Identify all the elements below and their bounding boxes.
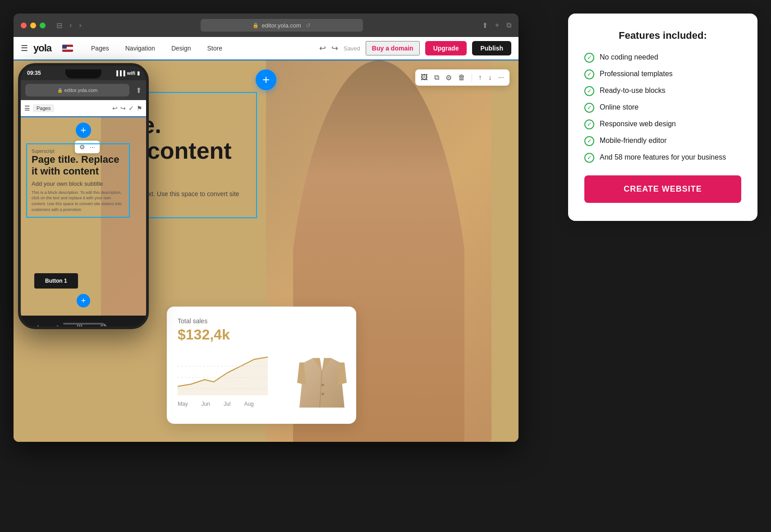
list-item: ✓ And 58 more features for your business bbox=[584, 152, 741, 163]
list-item: ✓ Professional templates bbox=[584, 69, 741, 79]
phone-add-bottom-button[interactable]: + bbox=[77, 294, 90, 307]
phone-cta-button[interactable]: Button 1 bbox=[34, 273, 78, 289]
month-aug: Aug bbox=[244, 401, 253, 407]
saved-status: Saved bbox=[344, 45, 360, 52]
phone-back-button[interactable]: ‹ bbox=[37, 322, 39, 327]
phone-hamburger[interactable]: ☰ bbox=[24, 105, 30, 112]
browser-actions: ⬆ + ⧉ bbox=[482, 21, 511, 30]
sidebar-icon[interactable]: ⊟ bbox=[56, 21, 62, 30]
phone-notch bbox=[65, 69, 101, 78]
settings-gear-icon[interactable]: ⚙ bbox=[445, 73, 452, 82]
list-item: ✓ Online store bbox=[584, 102, 741, 113]
phone-subtitle[interactable]: Add your own block subtitle bbox=[32, 180, 124, 187]
minimize-button[interactable] bbox=[30, 23, 36, 28]
hamburger-menu[interactable]: ☰ bbox=[21, 43, 28, 53]
lock-icon: 🔒 bbox=[252, 23, 259, 28]
phone-add-section-button[interactable]: + bbox=[76, 123, 91, 138]
image-icon[interactable]: 🖼 bbox=[421, 73, 428, 82]
upgrade-button[interactable]: Upgrade bbox=[425, 41, 467, 55]
sales-card: Total sales $132,4k May Jun Jul Aug bbox=[167, 307, 356, 424]
phone-home-indicator bbox=[63, 323, 104, 325]
check-icon-5: ✓ bbox=[584, 136, 594, 146]
check-icon-6: ✓ bbox=[584, 153, 594, 163]
check-icon-2: ✓ bbox=[584, 86, 594, 96]
phone-url-text: editor.yola.com bbox=[64, 87, 98, 93]
phone-screen: 09:35 ▐▐▐ wifi ▮ 🔒 editor.yola.com ⬆ ☰ P… bbox=[21, 66, 146, 326]
undo-button[interactable]: ↩ bbox=[319, 43, 326, 53]
nav-forward-icon[interactable]: › bbox=[79, 21, 81, 30]
feature-5: Mobile-friendly editor bbox=[600, 136, 667, 146]
move-down-icon[interactable]: ↓ bbox=[488, 73, 492, 82]
block-toolbar: 🖼 ⧉ ⚙ 🗑 ↑ ↓ ··· bbox=[415, 69, 509, 86]
nav-store[interactable]: Store bbox=[200, 42, 229, 55]
phone-plus-bottom-icon: + bbox=[81, 296, 86, 306]
phone-flag-icon[interactable]: ⚑ bbox=[137, 105, 142, 112]
more-options-icon[interactable]: ··· bbox=[498, 73, 504, 82]
tabs-icon[interactable]: ⧉ bbox=[506, 21, 511, 30]
browser-titlebar: ⊟ ‹ › 🔒 editor.yola.com ↺ ⬆ + ⧉ bbox=[14, 14, 519, 37]
delete-icon[interactable]: 🗑 bbox=[458, 73, 465, 82]
feature-1: Professional templates bbox=[600, 69, 673, 79]
phone-check-icon[interactable]: ✓ bbox=[128, 105, 134, 112]
browser-nav-icons: ⊟ ‹ › bbox=[56, 21, 82, 30]
close-button[interactable] bbox=[21, 23, 27, 28]
phone-url-bar[interactable]: 🔒 editor.yola.com bbox=[25, 84, 129, 96]
phone-share-icon[interactable]: ⬆ bbox=[136, 86, 142, 95]
feature-0: No coding needed bbox=[600, 52, 658, 62]
features-title: Features included: bbox=[584, 30, 741, 41]
share-icon[interactable]: ⬆ bbox=[482, 21, 488, 30]
list-item: ✓ Ready-to-use blocks bbox=[584, 86, 741, 96]
maximize-button[interactable] bbox=[40, 23, 46, 28]
check-icon-3: ✓ bbox=[584, 103, 594, 113]
language-flag[interactable] bbox=[62, 45, 73, 52]
sales-chart bbox=[178, 350, 268, 395]
phone-share-button[interactable]: ··· bbox=[124, 322, 130, 327]
refresh-icon[interactable]: ↺ bbox=[306, 22, 311, 29]
phone-forward-button[interactable]: › bbox=[56, 322, 59, 327]
redo-button[interactable]: ↪ bbox=[331, 43, 338, 53]
phone-description[interactable]: This is a block description. To edit thi… bbox=[32, 190, 124, 212]
phone-canvas: + ⚙ ··· Superscript Page title. Replace … bbox=[21, 117, 146, 316]
new-tab-icon[interactable]: + bbox=[495, 21, 499, 30]
features-card: Features included: ✓ No coding needed ✓ … bbox=[568, 14, 757, 221]
phone-bottom-bar: ‹ › ⊕ ⧉ ··· bbox=[21, 316, 146, 326]
check-icon-0: ✓ bbox=[584, 53, 594, 63]
list-item: ✓ Mobile-friendly editor bbox=[584, 136, 741, 146]
phone-toolbar-icons: ↩ ↪ ✓ ⚑ bbox=[112, 105, 142, 112]
nav-navigation[interactable]: Navigation bbox=[118, 42, 162, 55]
duplicate-icon[interactable]: ⧉ bbox=[434, 73, 439, 82]
add-section-button[interactable]: + bbox=[256, 69, 276, 90]
check-icon-4: ✓ bbox=[584, 119, 594, 129]
month-may: May bbox=[178, 401, 188, 407]
nav-design[interactable]: Design bbox=[164, 42, 198, 55]
list-item: ✓ No coding needed bbox=[584, 52, 741, 63]
check-icon-1: ✓ bbox=[584, 69, 594, 79]
nav-pages[interactable]: Pages bbox=[84, 42, 116, 55]
traffic-lights bbox=[21, 23, 46, 28]
url-text: editor.yola.com bbox=[262, 22, 301, 29]
phone-page-title[interactable]: Page title. Replace it with content bbox=[32, 154, 124, 178]
phone-pages-button[interactable]: Pages bbox=[33, 104, 54, 112]
month-jul: Jul bbox=[224, 401, 230, 407]
move-up-icon[interactable]: ↑ bbox=[478, 73, 482, 82]
jacket-svg bbox=[295, 344, 349, 417]
sales-label: Total sales bbox=[178, 317, 345, 325]
product-image bbox=[295, 344, 349, 417]
buy-domain-button[interactable]: Buy a domain bbox=[366, 41, 420, 55]
phone-browser-bar: 🔒 editor.yola.com ⬆ bbox=[21, 80, 146, 100]
list-item: ✓ Responsive web design bbox=[584, 119, 741, 129]
sales-amount: $132,4k bbox=[178, 326, 345, 343]
feature-2: Ready-to-use blocks bbox=[600, 86, 665, 96]
feature-3: Online store bbox=[600, 102, 638, 112]
nav-back-icon[interactable]: ‹ bbox=[69, 21, 72, 30]
publish-button[interactable]: Publish bbox=[472, 41, 511, 55]
phone-undo-icon[interactable]: ↩ bbox=[112, 105, 118, 112]
features-list: ✓ No coding needed ✓ Professional templa… bbox=[584, 52, 741, 163]
create-website-button[interactable]: CREATE WEBSITE bbox=[584, 175, 741, 203]
toolbar-separator bbox=[472, 73, 472, 82]
svg-point-4 bbox=[321, 384, 324, 386]
wifi-icon: wifi bbox=[127, 70, 135, 76]
url-bar[interactable]: 🔒 editor.yola.com ↺ bbox=[201, 19, 363, 32]
feature-6: And 58 more features for your business bbox=[600, 152, 726, 162]
phone-redo-icon[interactable]: ↪ bbox=[120, 105, 126, 112]
